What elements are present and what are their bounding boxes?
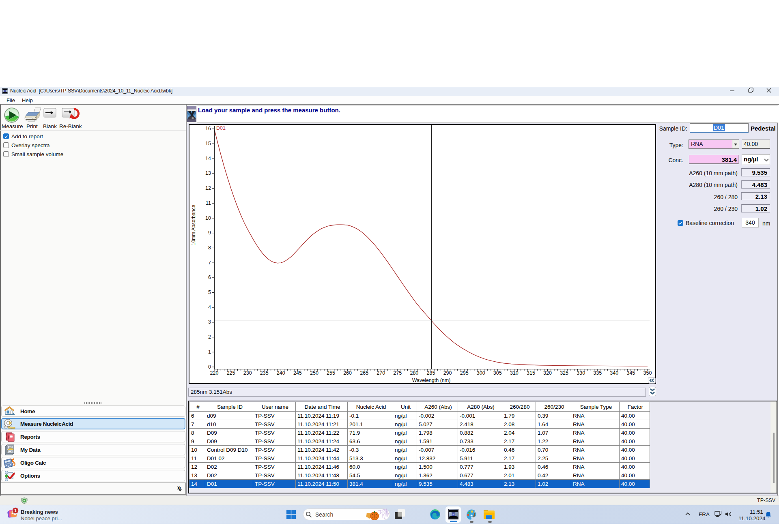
svg-text:1: 1 — [14, 508, 17, 513]
